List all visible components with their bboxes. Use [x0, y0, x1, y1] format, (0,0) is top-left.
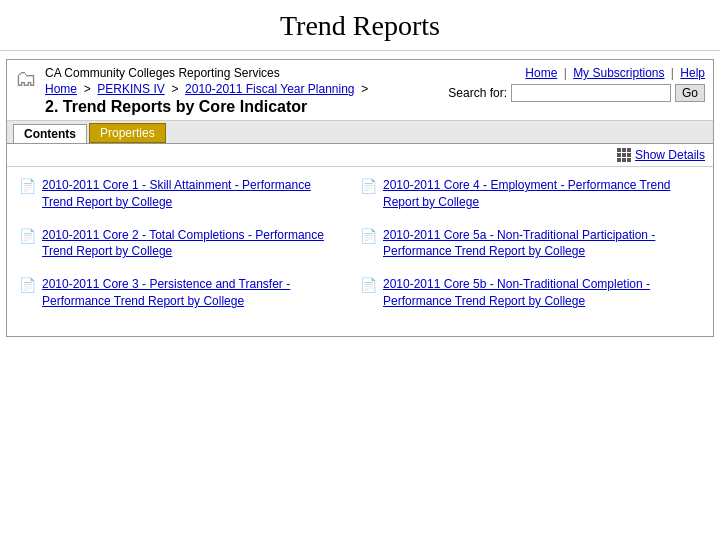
- list-item: 📄 2010-2011 Core 2 - Total Completions -…: [19, 227, 360, 261]
- document-icon: 📄: [360, 178, 377, 194]
- report-link-core2[interactable]: 2010-2011 Core 2 - Total Completions - P…: [42, 227, 344, 261]
- top-bar: 🗂 CA Community Colleges Reporting Servic…: [7, 60, 713, 121]
- tabs-bar: Contents Properties: [7, 121, 713, 144]
- document-icon: 📄: [360, 228, 377, 244]
- top-link-subscriptions[interactable]: My Subscriptions: [573, 66, 664, 80]
- top-links: Home | My Subscriptions | Help: [525, 66, 705, 80]
- content-frame: 🗂 CA Community Colleges Reporting Servic…: [6, 59, 714, 337]
- breadcrumb-perkins[interactable]: PERKINS IV: [97, 82, 164, 96]
- tab-properties[interactable]: Properties: [89, 123, 166, 143]
- folder-icon: 🗂: [15, 68, 37, 90]
- breadcrumb-home[interactable]: Home: [45, 82, 77, 96]
- tab-contents[interactable]: Contents: [13, 124, 87, 143]
- report-link-core5a[interactable]: 2010-2011 Core 5a - Non-Traditional Part…: [383, 227, 685, 261]
- list-item: 📄 2010-2011 Core 4 - Employment - Perfor…: [360, 177, 701, 211]
- top-link-home[interactable]: Home: [525, 66, 557, 80]
- breadcrumb-area: CA Community Colleges Reporting Services…: [45, 66, 368, 116]
- top-link-help[interactable]: Help: [680, 66, 705, 80]
- list-item: 📄 2010-2011 Core 1 - Skill Attainment - …: [19, 177, 360, 211]
- section-title: 2. Trend Reports by Core Indicator: [45, 98, 368, 116]
- grid-icon: [617, 148, 631, 162]
- search-button[interactable]: Go: [675, 84, 705, 102]
- report-link-core5b[interactable]: 2010-2011 Core 5b - Non-Traditional Comp…: [383, 276, 685, 310]
- list-item: 📄 2010-2011 Core 3 - Persistence and Tra…: [19, 276, 360, 310]
- report-link-core1[interactable]: 2010-2011 Core 1 - Skill Attainment - Pe…: [42, 177, 344, 211]
- document-icon: 📄: [19, 178, 36, 194]
- reports-area: 📄 2010-2011 Core 1 - Skill Attainment - …: [7, 167, 713, 336]
- breadcrumb: Home > PERKINS IV > 2010-2011 Fiscal Yea…: [45, 82, 368, 96]
- list-item: 📄 2010-2011 Core 5a - Non-Traditional Pa…: [360, 227, 701, 261]
- page-title: Trend Reports: [0, 10, 720, 42]
- report-link-core3[interactable]: 2010-2011 Core 3 - Persistence and Trans…: [42, 276, 344, 310]
- org-name: CA Community Colleges Reporting Services: [45, 66, 368, 80]
- breadcrumb-planning[interactable]: 2010-2011 Fiscal Year Planning: [185, 82, 354, 96]
- document-icon: 📄: [360, 277, 377, 293]
- document-icon: 📄: [19, 277, 36, 293]
- search-input[interactable]: [511, 84, 671, 102]
- search-label: Search for:: [448, 86, 507, 100]
- list-item: 📄 2010-2011 Core 5b - Non-Traditional Co…: [360, 276, 701, 310]
- show-details-button[interactable]: Show Details: [617, 148, 705, 162]
- show-details-bar: Show Details: [7, 144, 713, 167]
- page-title-section: Trend Reports: [0, 0, 720, 51]
- document-icon: 📄: [19, 228, 36, 244]
- report-link-core4[interactable]: 2010-2011 Core 4 - Employment - Performa…: [383, 177, 685, 211]
- show-details-label: Show Details: [635, 148, 705, 162]
- search-bar: Search for: Go: [448, 84, 705, 102]
- top-bar-right: Home | My Subscriptions | Help Search fo…: [448, 66, 705, 102]
- top-bar-left: 🗂 CA Community Colleges Reporting Servic…: [15, 66, 368, 116]
